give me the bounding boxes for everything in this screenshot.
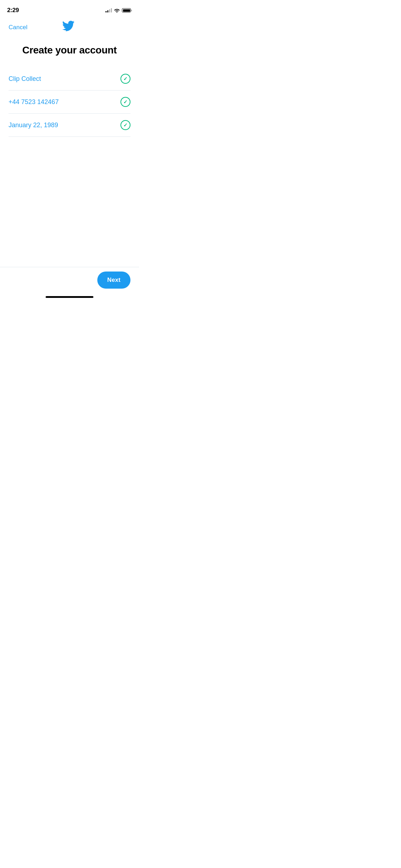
phone-field-row[interactable]: +44 7523 142467 ✓ bbox=[9, 91, 130, 114]
name-check-icon: ✓ bbox=[120, 74, 130, 84]
main-content: Create your account Clip Collect ✓ +44 7… bbox=[0, 37, 139, 137]
phone-checkmark: ✓ bbox=[123, 99, 128, 104]
status-time: 2:29 bbox=[7, 7, 19, 14]
nav-bar: Cancel bbox=[0, 17, 139, 37]
wifi-icon bbox=[114, 8, 120, 12]
status-icons bbox=[106, 8, 132, 12]
phone-field-value: +44 7523 142467 bbox=[9, 98, 59, 106]
name-checkmark: ✓ bbox=[123, 76, 128, 81]
page-title: Create your account bbox=[9, 45, 130, 56]
name-field-value: Clip Collect bbox=[9, 75, 41, 83]
status-bar: 2:29 bbox=[0, 0, 139, 16]
signal-icon bbox=[106, 8, 112, 12]
next-button[interactable]: Next bbox=[97, 272, 130, 289]
dob-field-row[interactable]: January 22, 1989 ✓ bbox=[9, 114, 130, 137]
battery-icon bbox=[122, 8, 132, 12]
name-field-row[interactable]: Clip Collect ✓ bbox=[9, 67, 130, 91]
form-fields: Clip Collect ✓ +44 7523 142467 ✓ January… bbox=[9, 67, 130, 137]
dob-check-icon: ✓ bbox=[120, 120, 130, 130]
dob-checkmark: ✓ bbox=[123, 123, 128, 128]
dob-field-value: January 22, 1989 bbox=[9, 122, 58, 129]
phone-check-icon: ✓ bbox=[120, 97, 130, 107]
twitter-logo-icon bbox=[62, 21, 74, 34]
home-indicator bbox=[46, 296, 93, 298]
bottom-area: Next bbox=[0, 267, 139, 301]
cancel-button[interactable]: Cancel bbox=[9, 22, 27, 32]
